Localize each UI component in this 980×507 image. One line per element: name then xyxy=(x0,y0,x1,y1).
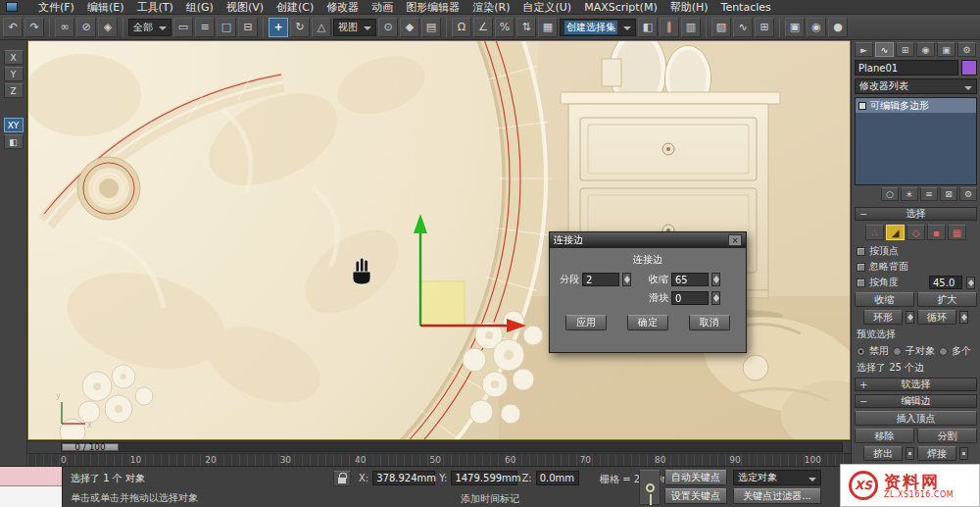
edit-edges-rollout-header[interactable]: − 编辑边 xyxy=(855,394,977,408)
axis-x-button[interactable]: X xyxy=(4,50,24,65)
curve-editor-icon[interactable]: ∿ xyxy=(733,18,753,37)
edge-subobject-icon[interactable]: ◢ xyxy=(886,225,905,240)
pinch-field[interactable]: 65 xyxy=(671,273,709,286)
segments-spinner[interactable] xyxy=(622,273,631,286)
object-name-field[interactable]: Plane01 xyxy=(855,60,958,76)
loop-spinner[interactable] xyxy=(959,311,968,324)
selection-lock-icon[interactable] xyxy=(333,471,351,486)
axis-xy-button[interactable]: XY xyxy=(4,118,24,132)
selection-rollout-header[interactable]: − 选择 xyxy=(855,207,977,221)
menu-file[interactable]: 文件(F) xyxy=(38,0,74,15)
key-mode-dropdown[interactable]: 选定对象 xyxy=(733,470,821,485)
menu-views[interactable]: 视图(V) xyxy=(226,0,264,15)
tab-hierarchy[interactable]: ⊞ xyxy=(896,42,914,57)
preview-multi-radio[interactable] xyxy=(939,347,948,356)
percent-snap-icon[interactable]: % xyxy=(495,18,514,37)
listener-macro-row[interactable] xyxy=(0,467,62,486)
tab-motion[interactable]: ◉ xyxy=(916,42,935,57)
track-bar[interactable]: 0 10 20 30 40 50 60 70 80 90 100 xyxy=(27,453,851,466)
preview-disable-radio[interactable] xyxy=(857,347,865,356)
coord-z-field[interactable]: 0.0mm xyxy=(536,471,579,485)
selection-filter-dropdown[interactable]: 全部 xyxy=(128,19,172,36)
ring-button[interactable]: 环形 xyxy=(863,310,903,325)
stack-item-editable-poly[interactable]: 可编辑多边形 xyxy=(856,98,976,113)
menu-animation[interactable]: 动画 xyxy=(371,0,393,15)
tab-modify[interactable]: ∿ xyxy=(875,42,894,57)
listener-script-row[interactable] xyxy=(0,486,62,507)
remove-modifier-icon[interactable]: ⊠ xyxy=(940,187,957,201)
polygon-subobject-icon[interactable]: ▪ xyxy=(927,225,946,240)
menu-create[interactable]: 创建(C) xyxy=(276,0,314,15)
grow-button[interactable]: 扩大 xyxy=(917,292,977,307)
set-key-button[interactable]: 设置关键点 xyxy=(664,488,727,504)
border-subobject-icon[interactable]: ◇ xyxy=(906,225,925,240)
show-end-result-icon[interactable]: ∗ xyxy=(901,187,918,201)
slide-spinner[interactable] xyxy=(711,291,720,305)
menu-rendering[interactable]: 渲染(R) xyxy=(472,0,510,15)
time-slider-track[interactable]: 0 / 100 xyxy=(61,442,843,452)
spinner-snap-icon[interactable]: ⇅ xyxy=(516,18,536,37)
ok-button[interactable]: 确定 xyxy=(627,315,668,330)
menu-help[interactable]: 帮助(H) xyxy=(670,0,709,15)
tab-create[interactable]: ► xyxy=(855,42,873,57)
pinch-spinner[interactable] xyxy=(711,273,720,286)
ref-coord-dropdown[interactable]: 视图 xyxy=(333,19,376,36)
coord-y-field[interactable]: 1479.599mm xyxy=(451,471,517,485)
tab-display[interactable]: ▣ xyxy=(937,42,956,57)
angle-spinner[interactable] xyxy=(966,277,975,289)
pin-stack-icon[interactable]: ○ xyxy=(881,187,899,201)
add-time-tag[interactable]: 添加时间标记 xyxy=(461,492,519,506)
make-unique-icon[interactable]: ≡ xyxy=(920,187,938,201)
axis-z-button[interactable]: Z xyxy=(4,83,24,98)
select-object-icon[interactable]: ▭ xyxy=(173,18,193,37)
tab-utilities[interactable]: ⚙ xyxy=(957,42,976,57)
slide-field[interactable]: 0 xyxy=(671,291,709,305)
axis-y-button[interactable]: Y xyxy=(4,67,24,81)
align-icon[interactable]: ∥ xyxy=(660,18,679,37)
weld-settings-button[interactable] xyxy=(959,447,968,460)
cancel-button[interactable]: 取消 xyxy=(689,315,730,330)
unlink-selection-icon[interactable]: ⊘ xyxy=(76,18,96,37)
pivot-center-icon[interactable]: ⊙ xyxy=(378,18,398,37)
loop-button[interactable]: 循环 xyxy=(917,310,956,325)
extrude-settings-button[interactable] xyxy=(906,447,914,460)
close-icon[interactable]: ✕ xyxy=(728,234,742,246)
menu-modifiers[interactable]: 修改器 xyxy=(326,0,359,15)
set-keys-button[interactable] xyxy=(639,470,661,505)
shrink-button[interactable]: 收缩 xyxy=(855,292,914,307)
dialog-titlebar[interactable]: 连接边 ✕ xyxy=(550,232,746,248)
menu-edit[interactable]: 编辑(E) xyxy=(87,0,124,15)
window-crossing-icon[interactable]: ⊟ xyxy=(238,18,258,37)
menu-maxscript[interactable]: MAXScript(M) xyxy=(584,1,658,14)
ring-spinner[interactable] xyxy=(906,311,914,324)
keyboard-override-icon[interactable]: ▤ xyxy=(421,18,441,37)
weld-button[interactable]: 焊接 xyxy=(917,446,956,461)
ignore-backfacing-checkbox[interactable] xyxy=(857,263,865,272)
snap-toggle-icon[interactable]: Ω xyxy=(452,18,471,37)
redo-icon[interactable]: ↷ xyxy=(24,18,44,37)
soft-selection-rollout-header[interactable]: + 软选择 xyxy=(855,378,977,391)
named-sets-icon[interactable]: ▦ xyxy=(538,18,558,37)
remove-button[interactable]: 移除 xyxy=(855,429,914,443)
time-slider-handle[interactable]: 0 / 100 xyxy=(62,443,119,451)
maxscript-mini-listener[interactable] xyxy=(0,467,63,507)
mirror-icon[interactable]: ◧ xyxy=(638,18,658,37)
insert-vertex-button[interactable]: 插入顶点 xyxy=(855,411,977,426)
menu-customize[interactable]: 自定义(U) xyxy=(523,0,572,15)
menu-tools[interactable]: 工具(T) xyxy=(136,0,172,15)
app-icon[interactable] xyxy=(6,2,18,12)
select-link-icon[interactable]: ∞ xyxy=(55,18,74,37)
menu-tentacles[interactable]: Tentacles xyxy=(721,1,771,14)
apply-button[interactable]: 应用 xyxy=(565,315,607,330)
modifier-list-dropdown[interactable]: 修改器列表 xyxy=(855,78,977,94)
auto-key-button[interactable]: 自动关键点 xyxy=(664,470,727,485)
undo-icon[interactable]: ↶ xyxy=(3,18,23,37)
angle-field[interactable]: 45.0 xyxy=(929,276,962,289)
vertex-subobject-icon[interactable]: ∴ xyxy=(865,225,884,240)
extrude-button[interactable]: 挤出 xyxy=(863,446,903,461)
element-subobject-icon[interactable]: ▦ xyxy=(948,225,966,240)
modifier-stack[interactable]: 可编辑多边形 xyxy=(855,97,977,185)
render-icon[interactable]: ● xyxy=(828,18,848,37)
rotate-icon[interactable]: ↻ xyxy=(290,18,310,37)
menu-graph-editors[interactable]: 图形编辑器 xyxy=(406,0,460,15)
